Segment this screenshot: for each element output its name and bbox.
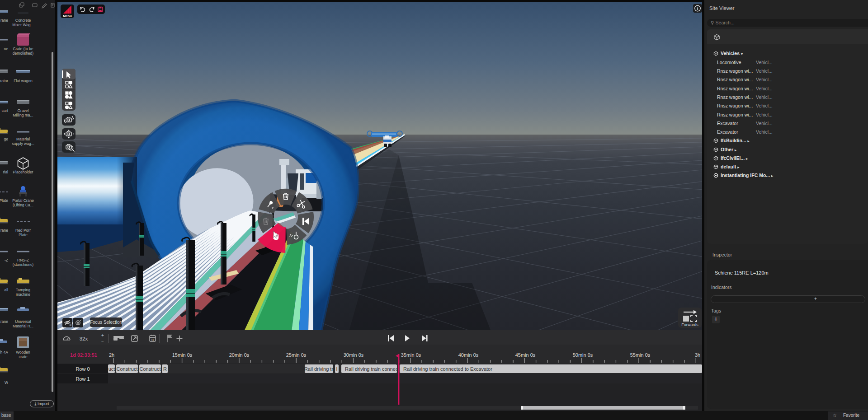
svg-text:15min 0s: 15min 0s bbox=[172, 352, 193, 358]
svg-text:30min 0s: 30min 0s bbox=[344, 352, 364, 358]
svg-text:40min 0s: 40min 0s bbox=[458, 352, 479, 358]
svg-text:3h: 3h bbox=[695, 352, 700, 358]
svg-text:uct: uct bbox=[108, 366, 115, 372]
svg-text:2h: 2h bbox=[109, 352, 114, 358]
svg-text:Rail driving tr: Rail driving tr bbox=[304, 366, 334, 372]
svg-text:20min 0s: 20min 0s bbox=[229, 352, 250, 358]
svg-text:Row 1: Row 1 bbox=[75, 376, 90, 382]
svg-text:Construct: Construct bbox=[139, 366, 160, 372]
svg-text:25min 0s: 25min 0s bbox=[286, 352, 307, 358]
svg-text:35min 0s: 35min 0s bbox=[401, 352, 421, 358]
svg-text:55min 0s: 55min 0s bbox=[630, 352, 651, 358]
svg-text:Rail driving train connected t: Rail driving train connected to Excavato… bbox=[403, 366, 492, 372]
svg-text:I: I bbox=[336, 366, 337, 372]
svg-text:R: R bbox=[163, 366, 167, 372]
svg-text:31: 31 bbox=[151, 339, 154, 341]
svg-text:Menu: Menu bbox=[63, 14, 72, 18]
svg-text:+: + bbox=[101, 333, 104, 338]
svg-text:Focus Selection: Focus Selection bbox=[90, 320, 122, 325]
svg-text:−: − bbox=[101, 339, 104, 344]
svg-text:45min 0s: 45min 0s bbox=[515, 352, 536, 358]
svg-text:1d 02:33:51: 1d 02:33:51 bbox=[70, 352, 97, 358]
svg-text:3: 3 bbox=[70, 323, 71, 327]
svg-text:Construct: Construct bbox=[116, 366, 137, 372]
svg-text:Row 0: Row 0 bbox=[75, 366, 90, 372]
svg-text:32x: 32x bbox=[80, 336, 88, 341]
svg-text:50min 0s: 50min 0s bbox=[573, 352, 593, 358]
svg-text:Forwards: Forwards bbox=[681, 322, 698, 327]
